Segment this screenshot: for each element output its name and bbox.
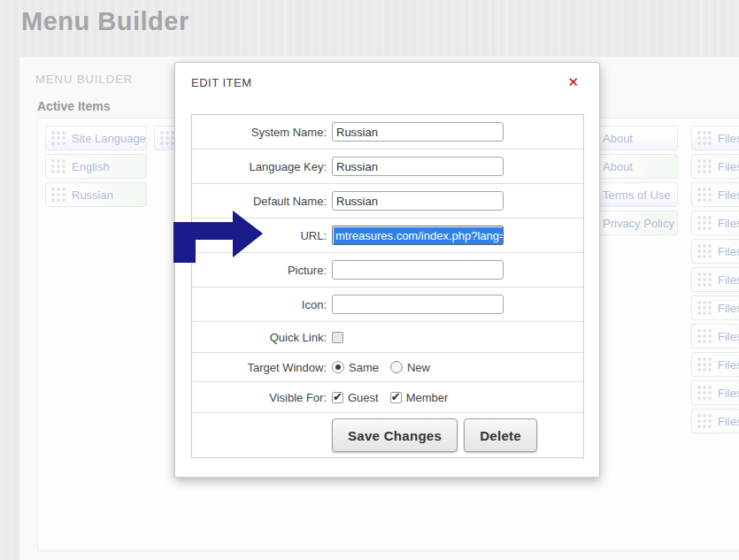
menu-item-filespo[interactable]: FilesPo <box>691 267 739 292</box>
menu-item-filesall-1[interactable]: FilesAll <box>691 182 739 207</box>
system-name-input[interactable] <box>332 122 504 142</box>
form-row-system-name: System Name: <box>192 115 583 150</box>
menu-item-label: FilesPo <box>718 268 739 292</box>
menu-item-filesto[interactable]: FilesTo <box>691 239 739 264</box>
drag-handle-icon[interactable] <box>697 215 713 232</box>
radio-same[interactable] <box>332 361 344 373</box>
menu-item-filesca-2[interactable]: FilesCa <box>691 380 739 405</box>
modal-title: EDIT ITEM <box>191 76 252 89</box>
form-row-target-window: Target Window: Same New <box>192 353 583 382</box>
language-key-input[interactable] <box>332 157 504 176</box>
form-row-buttons: Save Changes Delete <box>192 413 583 457</box>
menu-item-label: FilesAll <box>718 183 739 207</box>
target-window-option-same[interactable]: Same <box>332 361 379 374</box>
drag-handle-icon[interactable] <box>50 187 67 203</box>
menu-item-label: FilesHo <box>718 155 739 179</box>
language-key-label: Language Key: <box>203 160 327 173</box>
target-window-option-new[interactable]: New <box>390 361 430 374</box>
menu-item-label: FilesTo <box>718 240 739 264</box>
menu-item-english[interactable]: English <box>45 154 147 179</box>
menu-item-label: About <box>603 155 633 179</box>
menu-item-label: Terms of Use <box>603 183 671 207</box>
menu-item-label: FilesTa <box>718 325 739 349</box>
menu-builder-page: { "page": { "title": "Menu Builder" }, "… <box>0 0 739 560</box>
menu-item-filesse[interactable]: FilesSe <box>691 409 739 433</box>
form-row-icon: Icon: <box>192 288 583 322</box>
visible-for-option-member[interactable]: Member <box>390 391 449 404</box>
menu-item-label: Files <box>718 127 739 150</box>
drag-handle-icon[interactable] <box>697 328 713 345</box>
menu-item-label: FilesAll <box>718 211 739 235</box>
delete-button[interactable]: Delete <box>464 418 537 452</box>
radio-new-label: New <box>407 361 430 374</box>
default-name-input[interactable] <box>332 191 504 211</box>
drag-handle-icon[interactable] <box>50 130 67 147</box>
menu-item-label: FilesCa <box>718 381 739 405</box>
drag-handle-icon[interactable] <box>697 243 713 260</box>
visible-for-option-guest[interactable]: Guest <box>332 391 379 404</box>
menu-item-label: FilesCa <box>718 353 739 377</box>
drag-handle-icon[interactable] <box>697 130 713 147</box>
drag-handle-icon[interactable] <box>697 158 713 175</box>
url-selected-text: mtreasures.com/index.php?lang=ru <box>334 227 504 244</box>
url-input[interactable]: mtreasures.com/index.php?lang=ru <box>332 226 504 245</box>
radio-same-label: Same <box>349 361 379 374</box>
menu-item-filesall-2[interactable]: FilesAll <box>691 211 739 235</box>
menu-item-label: English <box>72 155 110 179</box>
menu-item-label: FilesFe <box>718 296 739 320</box>
menu-item-filesca-1[interactable]: FilesCa <box>691 352 739 377</box>
form-row-language-key: Language Key: <box>192 150 583 184</box>
annotation-arrow-icon <box>166 207 268 269</box>
guest-checkbox[interactable] <box>332 392 343 403</box>
menu-item-label: Russian <box>72 183 113 207</box>
drag-handle-icon[interactable] <box>50 158 67 175</box>
default-name-label: Default Name: <box>203 195 327 208</box>
target-window-label: Target Window: <box>203 361 327 374</box>
icon-label: Icon: <box>203 298 327 311</box>
icon-input[interactable] <box>332 295 504 314</box>
active-items-label: Active Items <box>37 99 110 113</box>
guest-label: Guest <box>348 391 379 404</box>
menu-item-filesta[interactable]: FilesTa <box>691 324 739 349</box>
system-name-label: System Name: <box>203 126 327 139</box>
menu-item-files[interactable]: Files <box>691 126 739 150</box>
drag-handle-icon[interactable] <box>697 272 713 288</box>
drag-handle-icon[interactable] <box>697 187 713 203</box>
menu-item-label: FilesSe <box>718 410 739 433</box>
panel-header: MENU BUILDER <box>35 73 133 86</box>
visible-for-label: Visible For: <box>203 391 327 404</box>
menu-item-label: About <box>603 127 633 150</box>
drag-handle-icon[interactable] <box>697 413 713 430</box>
menu-item-russian[interactable]: Russian <box>45 182 147 207</box>
close-icon[interactable]: ✕ <box>567 74 579 90</box>
edit-item-modal: EDIT ITEM ✕ System Name: Language Key: D… <box>174 62 600 478</box>
radio-new[interactable] <box>390 361 403 373</box>
menu-item-label: Privacy Policy <box>603 211 674 235</box>
quick-link-label: Quick Link: <box>203 331 327 344</box>
quick-link-checkbox[interactable] <box>332 332 343 343</box>
form-row-quick-link: Quick Link: <box>192 322 583 353</box>
menu-item-filesfe[interactable]: FilesFe <box>691 295 739 320</box>
form-row-visible-for: Visible For: Guest Member <box>192 382 583 413</box>
menu-item-label: Site Language <box>72 127 146 150</box>
menu-item-site-language[interactable]: Site Language <box>45 126 147 150</box>
save-changes-button[interactable]: Save Changes <box>332 418 458 452</box>
menu-item-filesho[interactable]: FilesHo <box>691 154 739 179</box>
drag-handle-icon[interactable] <box>697 300 713 317</box>
member-label: Member <box>406 391 449 404</box>
drag-handle-icon[interactable] <box>697 385 713 402</box>
edit-item-form: System Name: Language Key: Default Name:… <box>191 114 584 458</box>
page-title: Menu Builder <box>21 7 189 36</box>
picture-input[interactable] <box>332 260 504 280</box>
drag-handle-icon[interactable] <box>697 357 713 373</box>
member-checkbox[interactable] <box>390 392 402 403</box>
